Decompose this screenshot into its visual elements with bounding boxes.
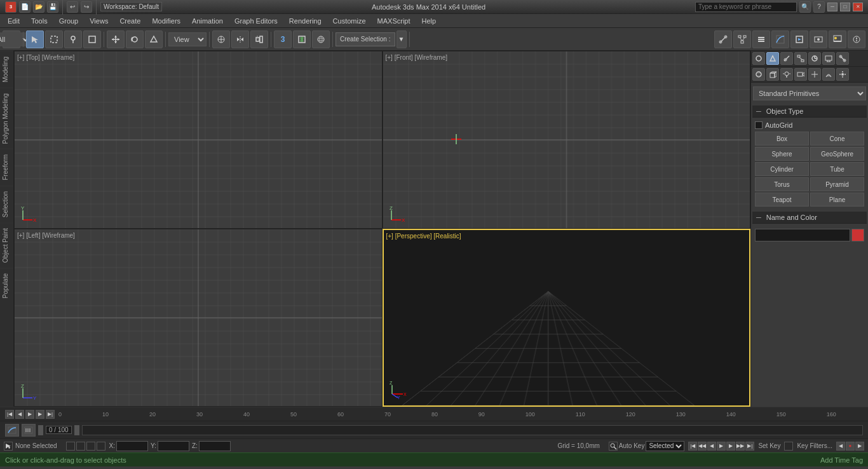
btn-teapot[interactable]: Teapot: [755, 193, 809, 207]
menu-modifiers[interactable]: Modifiers: [147, 16, 186, 26]
panel-icon-shapes[interactable]: [752, 52, 765, 65]
icon-sphere[interactable]: [752, 68, 765, 81]
icon-box[interactable]: [766, 68, 779, 81]
viewport-perspective[interactable]: [+] [Perspective] [Realistic] X Z Y: [383, 229, 751, 407]
icon-helpers[interactable]: [808, 68, 821, 81]
mirror-btn[interactable]: [231, 31, 249, 48]
tab-object-paint[interactable]: Object Paint: [0, 222, 13, 268]
x-input[interactable]: [116, 441, 148, 451]
pb-start[interactable]: |◀: [688, 442, 697, 451]
pb-next-frame[interactable]: ▶: [726, 442, 735, 451]
menu-animation[interactable]: Animation: [187, 16, 228, 26]
align-btn[interactable]: [250, 31, 268, 48]
key-filters-icon[interactable]: [784, 442, 793, 451]
viewport-top[interactable]: [+] [Top] [Wireframe] X Y: [14, 51, 383, 229]
redo-btn[interactable]: ↪: [81, 1, 92, 13]
panel-icon-utilities[interactable]: [836, 52, 849, 65]
btn-tube[interactable]: Tube: [810, 162, 864, 176]
anim-prev-key[interactable]: ◀: [15, 410, 24, 419]
z-input[interactable]: [199, 441, 231, 451]
timeline-scroll-right[interactable]: [74, 425, 79, 435]
minimize-btn[interactable]: ─: [827, 3, 837, 11]
panel-icon-motion[interactable]: [808, 52, 821, 65]
open-btn[interactable]: 📂: [33, 1, 44, 13]
viewport-renderer-btn[interactable]: [810, 31, 827, 48]
render-setup-btn[interactable]: 3: [274, 31, 292, 48]
btn-cone[interactable]: Cone: [810, 132, 864, 146]
material-editor-btn[interactable]: [312, 31, 330, 48]
select-object-btn[interactable]: [26, 31, 44, 48]
save-btn[interactable]: 💾: [47, 1, 58, 13]
bones-btn[interactable]: [714, 31, 732, 48]
btn-sphere[interactable]: Sphere: [755, 147, 809, 161]
menu-graph-editors[interactable]: Graph Editors: [229, 16, 283, 26]
object-name-input[interactable]: [755, 229, 850, 241]
tc-next[interactable]: ▶: [855, 442, 864, 451]
color-swatch[interactable]: [851, 229, 864, 241]
tab-modeling[interactable]: Modeling: [0, 51, 13, 88]
rotate-btn[interactable]: [126, 31, 144, 48]
snap-icon[interactable]: [66, 442, 75, 451]
new-btn[interactable]: 📄: [19, 1, 31, 13]
pb-prev-frame[interactable]: ◀: [707, 442, 716, 451]
schematic-view-btn[interactable]: [733, 31, 751, 48]
icon-camera[interactable]: [794, 68, 807, 81]
key-mode-select[interactable]: Selected: [646, 441, 684, 451]
btn-box[interactable]: Box: [755, 132, 809, 146]
anim-play[interactable]: ▶: [25, 410, 34, 419]
menu-rendering[interactable]: Rendering: [284, 16, 327, 26]
menu-group[interactable]: Group: [54, 16, 84, 26]
create-selection-button[interactable]: Create Selection :: [336, 32, 395, 46]
render-btn[interactable]: [790, 31, 808, 48]
menu-maxscript[interactable]: MAXScript: [372, 16, 416, 26]
mini-curve-editor[interactable]: [5, 424, 19, 437]
anim-prev-frame[interactable]: |◀: [5, 410, 14, 419]
primitives-dropdown[interactable]: Standard Primitives: [753, 86, 866, 100]
pb-next[interactable]: ▶▶: [736, 442, 745, 451]
extra-tools-btn[interactable]: [848, 31, 865, 48]
view-dropdown[interactable]: View: [168, 32, 207, 46]
snap2-icon[interactable]: [76, 442, 85, 451]
mini-dope-sheet[interactable]: [22, 424, 36, 437]
create-selection-dropdown[interactable]: ▼: [397, 31, 407, 48]
menu-edit[interactable]: Edit: [3, 16, 25, 26]
menu-views[interactable]: Views: [85, 16, 113, 26]
tab-polygon-modeling[interactable]: Polygon Modeling: [0, 88, 13, 149]
menu-tools[interactable]: Tools: [26, 16, 53, 26]
search-icon[interactable]: 🔍: [799, 1, 811, 13]
panel-icon-display[interactable]: [822, 52, 835, 65]
close-btn[interactable]: ✕: [853, 3, 863, 11]
snap4-icon[interactable]: [97, 442, 105, 451]
layer-manager-btn[interactable]: [752, 31, 770, 48]
panel-icon-hierarchy[interactable]: [794, 52, 807, 65]
object-type-collapse[interactable]: ─: [756, 107, 761, 115]
render-frame-btn[interactable]: [293, 31, 311, 48]
panel-icon-modify[interactable]: [780, 52, 793, 65]
pb-end[interactable]: ▶|: [745, 442, 754, 451]
maximize-btn[interactable]: □: [840, 3, 850, 11]
anim-next-key[interactable]: ▶: [36, 410, 44, 419]
btn-torus[interactable]: Torus: [755, 177, 809, 191]
tab-selection[interactable]: Selection: [0, 186, 13, 222]
search-input[interactable]: [695, 2, 797, 12]
icon-lights[interactable]: [780, 68, 793, 81]
snap3-icon[interactable]: [86, 442, 95, 451]
y-input[interactable]: [158, 441, 189, 451]
panel-icon-create[interactable]: [766, 52, 779, 65]
scale-btn[interactable]: [145, 31, 163, 48]
viewport-front[interactable]: [+] [Front] [Wireframe] X Z: [383, 51, 751, 229]
tc-record[interactable]: ●: [846, 442, 855, 451]
tc-prev[interactable]: ◀: [836, 442, 845, 451]
tab-freeform[interactable]: Freeform: [0, 149, 13, 186]
icon-spacewarps[interactable]: [822, 68, 835, 81]
anim-next-frame[interactable]: ▶|: [46, 410, 55, 419]
pb-prev[interactable]: ◀◀: [698, 442, 707, 451]
name-color-collapse[interactable]: ─: [756, 214, 761, 221]
workspace-dropdown[interactable]: Workspace: Default: [100, 2, 162, 11]
menu-customize[interactable]: Customize: [328, 16, 371, 26]
menu-help[interactable]: Help: [417, 16, 442, 26]
menu-create[interactable]: Create: [114, 16, 146, 26]
timeline-track[interactable]: [82, 425, 863, 435]
use-pivot-btn[interactable]: [212, 31, 230, 48]
btn-plane[interactable]: Plane: [810, 193, 864, 207]
